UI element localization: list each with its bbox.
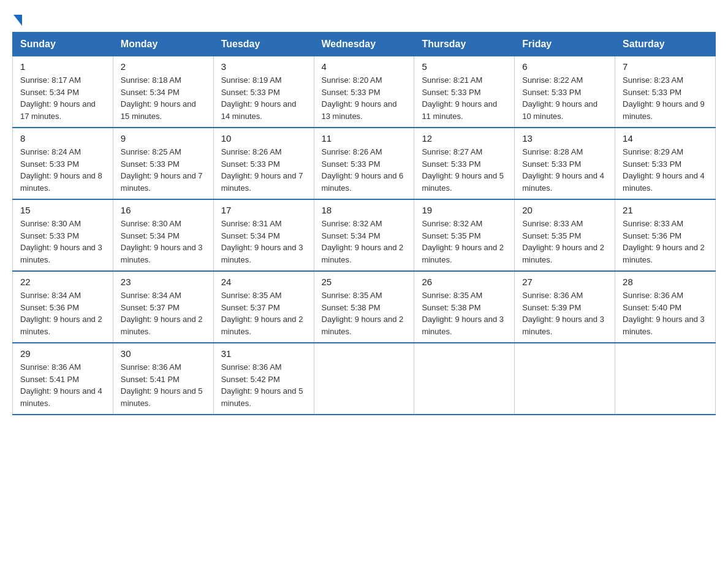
calendar-cell: 25 Sunrise: 8:35 AM Sunset: 5:38 PM Dayl… — [314, 271, 414, 343]
day-number: 25 — [322, 277, 407, 287]
day-number: 15 — [20, 205, 105, 215]
day-number: 19 — [422, 205, 507, 215]
calendar-cell: 19 Sunrise: 8:32 AM Sunset: 5:35 PM Dayl… — [414, 199, 515, 271]
calendar-cell: 16 Sunrise: 8:30 AM Sunset: 5:34 PM Dayl… — [113, 199, 213, 271]
day-info: Sunrise: 8:21 AM Sunset: 5:33 PM Dayligh… — [422, 74, 507, 122]
day-info: Sunrise: 8:28 AM Sunset: 5:33 PM Dayligh… — [522, 146, 607, 194]
calendar-cell: 18 Sunrise: 8:32 AM Sunset: 5:34 PM Dayl… — [314, 199, 414, 271]
col-header-thursday: Thursday — [414, 33, 515, 56]
calendar-cell: 6 Sunrise: 8:22 AM Sunset: 5:33 PM Dayli… — [515, 56, 615, 128]
col-header-wednesday: Wednesday — [314, 33, 414, 56]
day-number: 17 — [221, 205, 306, 215]
day-number: 1 — [20, 61, 105, 72]
calendar-week-2: 8 Sunrise: 8:24 AM Sunset: 5:33 PM Dayli… — [13, 128, 716, 199]
day-number: 4 — [322, 61, 407, 72]
day-info: Sunrise: 8:29 AM Sunset: 5:33 PM Dayligh… — [623, 146, 708, 194]
day-number: 27 — [522, 277, 607, 287]
calendar-cell: 26 Sunrise: 8:35 AM Sunset: 5:38 PM Dayl… — [414, 271, 515, 343]
day-info: Sunrise: 8:34 AM Sunset: 5:37 PM Dayligh… — [121, 289, 206, 337]
calendar-cell: 3 Sunrise: 8:19 AM Sunset: 5:33 PM Dayli… — [213, 56, 314, 128]
calendar-cell: 23 Sunrise: 8:34 AM Sunset: 5:37 PM Dayl… — [113, 271, 213, 343]
day-number: 29 — [20, 348, 105, 359]
day-number: 11 — [322, 133, 407, 144]
day-number: 24 — [221, 277, 306, 287]
calendar-cell: 4 Sunrise: 8:20 AM Sunset: 5:33 PM Dayli… — [314, 56, 414, 128]
day-info: Sunrise: 8:26 AM Sunset: 5:33 PM Dayligh… — [322, 146, 407, 194]
calendar-table: SundayMondayTuesdayWednesdayThursdayFrid… — [12, 32, 716, 415]
calendar-week-5: 29 Sunrise: 8:36 AM Sunset: 5:41 PM Dayl… — [13, 343, 716, 415]
day-info: Sunrise: 8:30 AM Sunset: 5:34 PM Dayligh… — [121, 218, 206, 266]
day-number: 9 — [121, 133, 206, 144]
day-info: Sunrise: 8:18 AM Sunset: 5:34 PM Dayligh… — [121, 74, 206, 122]
calendar-cell: 27 Sunrise: 8:36 AM Sunset: 5:39 PM Dayl… — [515, 271, 615, 343]
day-number: 10 — [221, 133, 306, 144]
calendar-cell: 2 Sunrise: 8:18 AM Sunset: 5:34 PM Dayli… — [113, 56, 213, 128]
col-header-saturday: Saturday — [615, 33, 716, 56]
day-info: Sunrise: 8:32 AM Sunset: 5:34 PM Dayligh… — [322, 218, 407, 266]
calendar-cell: 11 Sunrise: 8:26 AM Sunset: 5:33 PM Dayl… — [314, 128, 414, 199]
calendar-cell — [314, 343, 414, 415]
day-info: Sunrise: 8:30 AM Sunset: 5:33 PM Dayligh… — [20, 218, 105, 266]
calendar-cell: 17 Sunrise: 8:31 AM Sunset: 5:34 PM Dayl… — [213, 199, 314, 271]
calendar-week-1: 1 Sunrise: 8:17 AM Sunset: 5:34 PM Dayli… — [13, 56, 716, 128]
calendar-cell: 10 Sunrise: 8:26 AM Sunset: 5:33 PM Dayl… — [213, 128, 314, 199]
calendar-cell: 8 Sunrise: 8:24 AM Sunset: 5:33 PM Dayli… — [13, 128, 113, 199]
calendar-cell: 20 Sunrise: 8:33 AM Sunset: 5:35 PM Dayl… — [515, 199, 615, 271]
day-number: 5 — [422, 61, 507, 72]
day-info: Sunrise: 8:19 AM Sunset: 5:33 PM Dayligh… — [221, 74, 306, 122]
col-header-friday: Friday — [515, 33, 615, 56]
calendar-cell: 5 Sunrise: 8:21 AM Sunset: 5:33 PM Dayli… — [414, 56, 515, 128]
day-number: 3 — [221, 61, 306, 72]
day-info: Sunrise: 8:34 AM Sunset: 5:36 PM Dayligh… — [20, 289, 105, 337]
day-info: Sunrise: 8:24 AM Sunset: 5:33 PM Dayligh… — [20, 146, 105, 194]
calendar-cell: 24 Sunrise: 8:35 AM Sunset: 5:37 PM Dayl… — [213, 271, 314, 343]
calendar-cell: 1 Sunrise: 8:17 AM Sunset: 5:34 PM Dayli… — [13, 56, 113, 128]
calendar-cell: 29 Sunrise: 8:36 AM Sunset: 5:41 PM Dayl… — [13, 343, 113, 415]
day-info: Sunrise: 8:20 AM Sunset: 5:33 PM Dayligh… — [322, 74, 407, 122]
day-number: 30 — [121, 348, 206, 359]
day-info: Sunrise: 8:25 AM Sunset: 5:33 PM Dayligh… — [121, 146, 206, 194]
day-number: 31 — [221, 348, 306, 359]
day-info: Sunrise: 8:36 AM Sunset: 5:42 PM Dayligh… — [221, 361, 306, 409]
day-info: Sunrise: 8:27 AM Sunset: 5:33 PM Dayligh… — [422, 146, 507, 194]
day-number: 16 — [121, 205, 206, 215]
day-info: Sunrise: 8:31 AM Sunset: 5:34 PM Dayligh… — [221, 218, 306, 266]
day-number: 26 — [422, 277, 507, 287]
day-number: 7 — [623, 61, 708, 72]
day-number: 21 — [623, 205, 708, 215]
day-info: Sunrise: 8:33 AM Sunset: 5:35 PM Dayligh… — [522, 218, 607, 266]
day-number: 14 — [623, 133, 708, 144]
calendar-cell: 31 Sunrise: 8:36 AM Sunset: 5:42 PM Dayl… — [213, 343, 314, 415]
day-info: Sunrise: 8:36 AM Sunset: 5:39 PM Dayligh… — [522, 289, 607, 337]
day-info: Sunrise: 8:33 AM Sunset: 5:36 PM Dayligh… — [623, 218, 708, 266]
day-number: 12 — [422, 133, 507, 144]
day-number: 8 — [20, 133, 105, 144]
calendar-cell: 12 Sunrise: 8:27 AM Sunset: 5:33 PM Dayl… — [414, 128, 515, 199]
calendar-cell: 21 Sunrise: 8:33 AM Sunset: 5:36 PM Dayl… — [615, 199, 716, 271]
col-header-monday: Monday — [113, 33, 213, 56]
calendar-cell: 15 Sunrise: 8:30 AM Sunset: 5:33 PM Dayl… — [13, 199, 113, 271]
calendar-cell: 7 Sunrise: 8:23 AM Sunset: 5:33 PM Dayli… — [615, 56, 716, 128]
calendar-cell: 22 Sunrise: 8:34 AM Sunset: 5:36 PM Dayl… — [13, 271, 113, 343]
col-header-sunday: Sunday — [13, 33, 113, 56]
day-number: 6 — [522, 61, 607, 72]
day-info: Sunrise: 8:22 AM Sunset: 5:33 PM Dayligh… — [522, 74, 607, 122]
day-info: Sunrise: 8:35 AM Sunset: 5:38 PM Dayligh… — [422, 289, 507, 337]
day-number: 28 — [623, 277, 708, 287]
day-info: Sunrise: 8:36 AM Sunset: 5:41 PM Dayligh… — [20, 361, 105, 409]
day-number: 18 — [322, 205, 407, 215]
calendar-cell — [414, 343, 515, 415]
day-number: 13 — [522, 133, 607, 144]
calendar-cell: 13 Sunrise: 8:28 AM Sunset: 5:33 PM Dayl… — [515, 128, 615, 199]
day-info: Sunrise: 8:23 AM Sunset: 5:33 PM Dayligh… — [623, 74, 708, 122]
calendar-cell — [615, 343, 716, 415]
logo-arrow-icon — [13, 15, 22, 26]
calendar-cell: 9 Sunrise: 8:25 AM Sunset: 5:33 PM Dayli… — [113, 128, 213, 199]
col-header-tuesday: Tuesday — [213, 33, 314, 56]
page-header — [12, 12, 716, 26]
day-number: 22 — [20, 277, 105, 287]
day-info: Sunrise: 8:17 AM Sunset: 5:34 PM Dayligh… — [20, 74, 105, 122]
logo — [12, 12, 22, 26]
day-info: Sunrise: 8:26 AM Sunset: 5:33 PM Dayligh… — [221, 146, 306, 194]
calendar-cell: 30 Sunrise: 8:36 AM Sunset: 5:41 PM Dayl… — [113, 343, 213, 415]
